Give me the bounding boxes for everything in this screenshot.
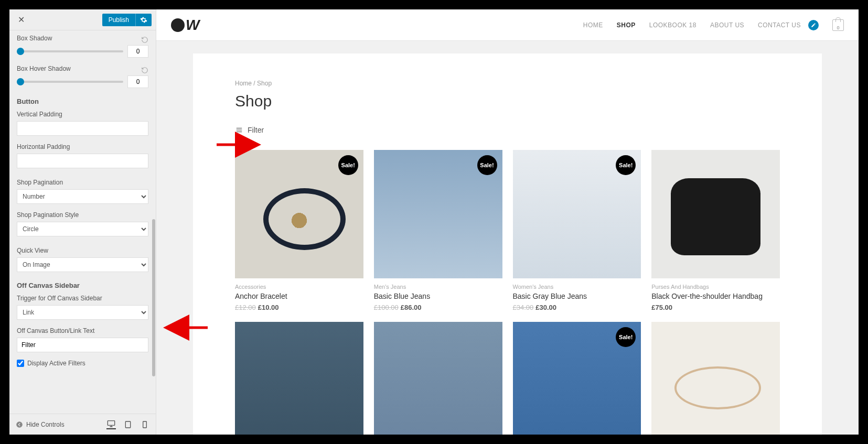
mobile-icon bbox=[141, 420, 149, 429]
product-price: £34.00£30.00 bbox=[513, 304, 641, 311]
box-hover-shadow-value[interactable] bbox=[127, 75, 148, 88]
display-active-filters-label: Display Active Filters bbox=[27, 360, 85, 367]
reset-icon[interactable] bbox=[141, 36, 148, 44]
publish-settings-button[interactable] bbox=[135, 14, 152, 26]
close-button[interactable]: ✕ bbox=[14, 13, 28, 27]
link-text-label: Off Canvas Button/Link Text bbox=[17, 327, 148, 334]
device-desktop[interactable] bbox=[106, 420, 116, 429]
hide-controls-label: Hide Controls bbox=[26, 421, 65, 428]
product-card[interactable]: Sale!Women's JeansBasic Gray Blue Jeans£… bbox=[513, 150, 641, 311]
product-title[interactable]: Black Over-the-shoulder Handbag bbox=[651, 292, 780, 300]
customizer-panel: ✕ Publish Box Shadow bbox=[9, 9, 156, 435]
quick-view-select[interactable]: On Image bbox=[17, 257, 148, 272]
trigger-select[interactable]: Link bbox=[17, 305, 148, 320]
filter-label: Filter bbox=[248, 126, 264, 134]
customizer-header: ✕ Publish bbox=[9, 9, 156, 30]
sale-badge: Sale! bbox=[616, 155, 636, 175]
tablet-icon bbox=[124, 420, 132, 429]
product-card[interactable]: Sale!AccessoriesAnchor Bracelet£12.00£10… bbox=[235, 150, 363, 311]
product-category: Purses And Handbags bbox=[651, 284, 780, 290]
logo-circle-icon bbox=[171, 18, 185, 32]
nav-contact[interactable]: CONTACT US bbox=[758, 21, 801, 29]
product-image[interactable]: Sale! bbox=[235, 150, 363, 278]
page-title: Shop bbox=[235, 92, 780, 110]
scrollbar-thumb[interactable] bbox=[152, 219, 155, 376]
box-shadow-value[interactable] bbox=[127, 45, 148, 58]
publish-button[interactable]: Publish bbox=[102, 14, 135, 26]
device-tablet[interactable] bbox=[123, 420, 133, 429]
site-logo[interactable]: W bbox=[171, 17, 198, 34]
preview-pane: W HOME SHOP LOOKBOOK 18 ABOUT US CONTACT… bbox=[156, 9, 859, 435]
box-shadow-slider[interactable] bbox=[17, 50, 123, 52]
main-nav: HOME SHOP LOOKBOOK 18 ABOUT US CONTACT U… bbox=[583, 19, 844, 31]
product-card[interactable]: Sale!Men's JeansBasic Blue Jeans£100.00£… bbox=[374, 150, 502, 311]
product-title[interactable]: Basic Blue Jeans bbox=[374, 292, 502, 300]
shop-pagination-style-label: Shop Pagination Style bbox=[17, 211, 148, 219]
shop-pagination-select[interactable]: Number bbox=[17, 189, 148, 204]
sale-badge: Sale! bbox=[338, 155, 358, 175]
horizontal-padding-label: Horizontal Padding bbox=[17, 143, 148, 150]
product-category: Men's Jeans bbox=[374, 284, 502, 290]
chevron-left-icon bbox=[16, 421, 23, 428]
product-image[interactable] bbox=[374, 322, 502, 435]
horizontal-padding-input[interactable] bbox=[17, 154, 148, 168]
edit-shortcut-icon[interactable] bbox=[808, 20, 819, 30]
gear-icon bbox=[140, 16, 147, 24]
box-hover-shadow-slider[interactable] bbox=[17, 81, 123, 83]
product-category: Accessories bbox=[235, 284, 363, 290]
customizer-body: Box Shadow Box Hover Shadow Butt bbox=[9, 30, 156, 414]
logo-text: W bbox=[186, 17, 198, 34]
device-mobile[interactable] bbox=[140, 420, 149, 429]
box-hover-shadow-label: Box Hover Shadow bbox=[17, 65, 71, 72]
display-active-filters-checkbox[interactable] bbox=[17, 360, 24, 367]
shop-pagination-style-select[interactable]: Circle bbox=[17, 222, 148, 236]
product-card[interactable] bbox=[651, 322, 780, 435]
customizer-scrollbar[interactable] bbox=[152, 41, 155, 414]
product-card[interactable] bbox=[374, 322, 502, 435]
sale-badge: Sale! bbox=[616, 327, 636, 347]
customizer-footer: Hide Controls bbox=[9, 414, 156, 435]
product-card[interactable] bbox=[235, 322, 363, 435]
page-body: Home / Shop Shop Filter Sale!Accessories… bbox=[156, 41, 859, 435]
sale-badge: Sale! bbox=[477, 155, 497, 175]
product-title[interactable]: Basic Gray Blue Jeans bbox=[513, 292, 641, 300]
display-active-filters-row[interactable]: Display Active Filters bbox=[17, 360, 148, 367]
product-image[interactable] bbox=[651, 150, 780, 278]
cart-count: 0 bbox=[837, 25, 839, 30]
nav-shop[interactable]: SHOP bbox=[617, 21, 636, 29]
button-section-title: Button bbox=[17, 98, 148, 105]
breadcrumb-home[interactable]: Home bbox=[235, 80, 252, 87]
reset-icon[interactable] bbox=[141, 67, 148, 74]
hide-controls-button[interactable]: Hide Controls bbox=[16, 421, 65, 428]
publish-group: Publish bbox=[102, 14, 152, 26]
link-text-input[interactable] bbox=[17, 338, 148, 352]
product-price: £75.00 bbox=[651, 304, 780, 311]
breadcrumb: Home / Shop bbox=[235, 80, 780, 87]
product-image[interactable] bbox=[235, 322, 363, 435]
product-card[interactable]: Purses And HandbagsBlack Over-the-should… bbox=[651, 150, 780, 311]
nav-about[interactable]: ABOUT US bbox=[710, 21, 744, 29]
nav-lookbook[interactable]: LOOKBOOK 18 bbox=[649, 21, 696, 29]
content-card: Home / Shop Shop Filter Sale!Accessories… bbox=[193, 53, 822, 435]
product-category: Women's Jeans bbox=[513, 284, 641, 290]
vertical-padding-input[interactable] bbox=[17, 121, 148, 136]
cart-button[interactable]: 0 bbox=[832, 19, 844, 31]
breadcrumb-current: Shop bbox=[257, 80, 272, 87]
quick-view-label: Quick View bbox=[17, 247, 148, 254]
filter-toggle-link[interactable]: Filter bbox=[235, 126, 264, 134]
nav-home[interactable]: HOME bbox=[583, 21, 603, 29]
product-price: £12.00£10.00 bbox=[235, 304, 363, 311]
product-image[interactable]: Sale! bbox=[374, 150, 502, 278]
product-image[interactable]: Sale! bbox=[513, 150, 641, 278]
shop-pagination-label: Shop Pagination bbox=[17, 179, 148, 186]
trigger-label: Trigger for Off Canvas Sidebar bbox=[17, 295, 148, 302]
site-header: W HOME SHOP LOOKBOOK 18 ABOUT US CONTACT… bbox=[156, 9, 859, 41]
products-grid: Sale!AccessoriesAnchor Bracelet£12.00£10… bbox=[235, 150, 780, 435]
product-image[interactable]: Sale! bbox=[513, 322, 641, 435]
product-card[interactable]: Sale! bbox=[513, 322, 641, 435]
off-canvas-section-title: Off Canvas Sidebar bbox=[17, 281, 148, 289]
product-image[interactable] bbox=[651, 322, 780, 435]
product-title[interactable]: Anchor Bracelet bbox=[235, 292, 363, 300]
svg-rect-3 bbox=[143, 421, 147, 428]
vertical-padding-label: Vertical Padding bbox=[17, 111, 148, 118]
